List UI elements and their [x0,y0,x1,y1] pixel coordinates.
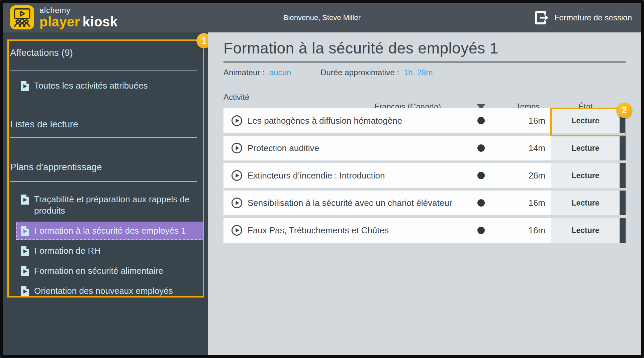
sidebar-item-label: Toutes les activités attribuées [34,80,148,91]
sidebar: Affectations (9) Toutes les activités at… [3,32,208,355]
page-title: Formation à la sécurité des employés 1 [223,39,626,63]
sidebar-item-label: Formation de RH [34,245,100,256]
activity-time: 16m [504,116,551,126]
lecture-button[interactable]: Lecture [551,163,620,188]
duration-value: 1h, 28m [404,68,433,77]
row-end-strip [620,136,626,160]
sidebar-item-orientation-nouveaux-employes[interactable]: Orientation des nouveaux employés [16,282,203,300]
status-dot-cell [458,172,504,179]
row-end-strip [620,218,626,243]
activity-row: Extincteurs d’incendie : Introduction 26… [223,163,626,188]
document-play-icon [21,226,29,236]
play-circle-icon [231,169,243,182]
activity-title: Les pathogènes à diffusion hématogène [248,113,458,128]
course-meta: Animateur : aucun Durée approximative : … [223,68,641,77]
row-end-strip [620,191,626,215]
lecture-button[interactable]: Lecture [551,218,620,243]
table-header: Activité Français (Canada) Temps État [223,93,626,103]
play-button[interactable] [223,224,248,236]
sidebar-item-tracabilite[interactable]: Traçabilité et préparation aux rappels d… [16,190,203,220]
status-dot-cell [458,227,504,234]
status-dot-icon [477,172,485,179]
activity-title: Extincteurs d’incendie : Introduction [248,168,458,183]
play-button[interactable] [223,115,248,127]
section-title-listes-de-lecture: Listes de lecture [10,119,208,130]
lecture-button[interactable]: Lecture [551,191,620,215]
section-divider [10,70,197,71]
logout-label: Fermeture de session [554,13,632,22]
activity-title: Protection auditive [248,141,458,156]
document-play-icon [21,194,29,205]
activity-list: Les pathogènes à diffusion hématogène 16… [223,108,641,243]
document-play-icon [21,81,29,91]
animator-value: aucun [269,68,291,77]
sidebar-item-all-assigned-activities[interactable]: Toutes les activités attribuées [16,77,203,95]
status-dot-icon [477,117,485,124]
status-dot-cell [458,199,504,207]
logout-icon [534,11,550,25]
activity-time: 16m [504,225,551,236]
play-circle-icon [231,224,243,236]
document-play-icon [21,266,29,276]
duration-label: Durée approximative : [320,68,399,77]
activity-time: 16m [504,198,551,208]
play-button[interactable] [223,169,248,182]
sidebar-item-formation-securite-alimentaire[interactable]: Formation en sécurité alimentaire [16,262,203,280]
play-circle-icon [231,142,243,154]
sidebar-item-formation-rh[interactable]: Formation de RH [16,242,203,260]
section-title-affectations: Affectations (9) [10,47,208,58]
section-title-plans-apprentissage: Plans d'apprentissage [10,161,208,173]
row-end-strip [620,163,626,188]
sidebar-item-label: Traçabilité et préparation aux rappels d… [34,194,191,216]
status-dot-icon [477,199,485,207]
activity-time: 14m [504,143,551,153]
activity-row: Sensibilisation à la sécurité avec un ch… [223,191,626,215]
main-content: Formation à la sécurité des employés 1 A… [208,32,641,355]
play-circle-icon [231,197,243,209]
section-divider [10,181,197,182]
activity-title: Faux Pas, Trébuchements et Chûtes [248,223,458,238]
activity-row: Faux Pas, Trébuchements et Chûtes 16m Le… [223,218,626,243]
play-button[interactable] [223,142,248,154]
status-dot-icon [477,227,485,234]
animator-label: Animateur : [223,68,265,77]
activity-row: Protection auditive 14m Lecture [223,136,626,160]
activity-row: Les pathogènes à diffusion hématogène 16… [223,108,626,133]
play-button[interactable] [223,197,248,209]
activity-title: Sensibilisation à la sécurité avec un ch… [248,196,458,211]
column-header-activity: Activité [223,93,458,102]
lecture-button[interactable]: Lecture [551,108,620,133]
status-dot-cell [458,144,504,152]
logout-button[interactable]: Fermeture de session [534,3,632,32]
screenshot-frame: alchemy playerkiosk Bienvenue, Steve Mil… [0,0,644,358]
status-dot-cell [458,117,504,124]
sidebar-item-label: Formation en sécurité alimentaire [34,265,163,276]
status-dot-icon [477,144,485,152]
sidebar-item-label: Formation à la sécurité des employés 1 [34,225,186,236]
sidebar-item-label: Orientation des nouveaux employés [34,285,173,296]
section-divider [10,137,197,138]
lecture-button[interactable]: Lecture [551,136,620,160]
row-end-strip [620,108,626,133]
sidebar-item-formation-securite-employes-1[interactable]: Formation à la sécurité des employés 1 [16,222,203,240]
activity-time: 26m [504,170,551,181]
document-play-icon [21,246,29,256]
play-circle-icon [231,115,243,127]
app-window: alchemy playerkiosk Bienvenue, Steve Mil… [3,3,641,355]
top-bar: alchemy playerkiosk Bienvenue, Steve Mil… [3,3,641,32]
document-play-icon [21,286,29,296]
